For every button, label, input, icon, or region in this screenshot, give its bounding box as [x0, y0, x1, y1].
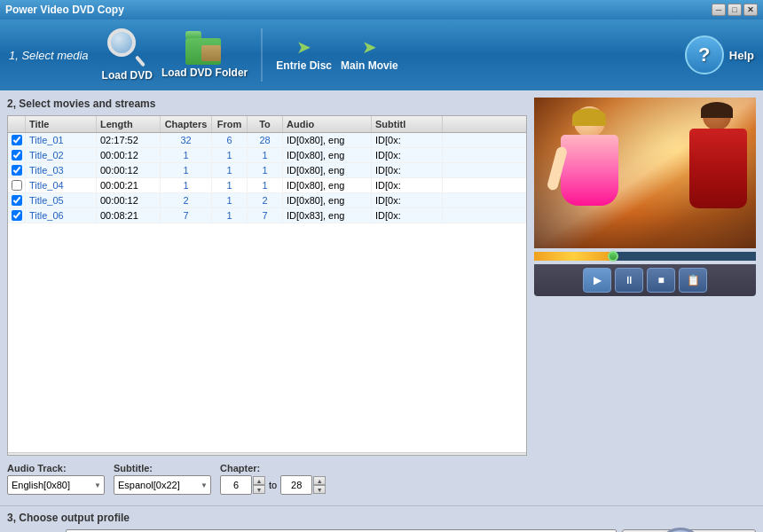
main-movie-arrow: ➤	[362, 38, 377, 56]
snapshot-button[interactable]: 📋	[679, 268, 707, 293]
row-to: 1	[248, 178, 283, 192]
row-audio: ID[0x80], eng	[283, 178, 372, 192]
row-to: 28	[248, 133, 283, 147]
table-body: Title_01 02:17:52 32 6 28 ID[0x80], eng …	[8, 133, 526, 452]
chapter-from-arrows: ▲ ▼	[253, 476, 265, 494]
audio-track-dropdown[interactable]: English[0x80]	[7, 475, 105, 495]
header-check	[8, 116, 26, 132]
close-button[interactable]: ✕	[743, 4, 758, 16]
table-row[interactable]: Title_02 00:00:12 1 1 1 ID[0x80], eng ID…	[8, 148, 526, 163]
row-chapters: 1	[161, 163, 212, 177]
help-icon: ?	[685, 35, 724, 74]
chapter-to-up[interactable]: ▲	[313, 476, 326, 485]
row-to: 1	[248, 148, 283, 162]
controls-row: Audio Track: English[0x80] Subtitle: Esp…	[7, 459, 527, 498]
row-checkbox[interactable]	[12, 210, 22, 221]
load-dvd-button[interactable]: Load DVD	[102, 28, 153, 82]
row-to: 1	[248, 163, 283, 177]
progress-handle[interactable]	[608, 251, 618, 262]
table-row[interactable]: Title_05 00:00:12 2 1 2 ID[0x80], eng ID…	[8, 193, 526, 208]
chapter-from-up[interactable]: ▲	[253, 476, 265, 485]
progress-bar[interactable]	[534, 252, 756, 261]
movies-table: Title Length Chapters From To Audio Subt…	[7, 115, 527, 456]
row-from: 1	[212, 208, 248, 223]
maximize-button[interactable]: □	[728, 4, 742, 16]
entrie-disc-arrow: ➤	[296, 38, 311, 56]
main-movie-label: Main Movie	[341, 59, 398, 72]
load-dvd-label: Load DVD	[102, 69, 153, 82]
table-row[interactable]: Title_04 00:00:21 1 1 1 ID[0x80], eng ID…	[8, 178, 526, 193]
video-preview	[534, 98, 756, 248]
snapshot-icon: 📋	[687, 274, 700, 286]
row-title: Title_04	[26, 178, 97, 192]
subtitle-dropdown[interactable]: Espanol[0x22]	[114, 475, 211, 495]
row-subtitle: ID[0x:	[372, 208, 443, 223]
scroll-thumb	[164, 456, 370, 457]
row-chapters: 1	[161, 148, 212, 162]
header-length: Length	[97, 116, 161, 132]
row-from: 1	[212, 148, 248, 162]
row-subtitle: ID[0x:	[372, 163, 443, 177]
row-length: 00:00:12	[97, 163, 161, 177]
player-controls: ▶ ⏸ ■ 📋	[534, 264, 756, 296]
chapter-from-input[interactable]: 6	[220, 475, 252, 495]
minimize-button[interactable]: ─	[712, 4, 726, 16]
start-disc-icon	[657, 528, 704, 532]
row-to: 7	[248, 208, 283, 223]
bottom-section: 3, Choose output profile Copy as: Browse…	[0, 505, 763, 532]
header-chapters: Chapters	[161, 116, 212, 132]
horizontal-scrollbar[interactable]	[8, 452, 526, 456]
chapter-from-down[interactable]: ▼	[253, 485, 265, 494]
row-checkbox[interactable]	[12, 135, 22, 145]
row-from: 1	[212, 193, 248, 207]
row-title: Title_03	[26, 163, 97, 177]
window-title: Power Video DVD Copy	[5, 4, 124, 16]
main-movie-section: ➤ Main Movie	[341, 38, 398, 72]
table-row[interactable]: Title_01 02:17:52 32 6 28 ID[0x80], eng …	[8, 133, 526, 148]
row-audio: ID[0x80], eng	[283, 133, 372, 147]
start-button[interactable]: Start	[657, 528, 754, 532]
step2-label: 2, Select movies and streams	[7, 98, 527, 110]
table-row[interactable]: Title_06 00:08:21 7 1 7 ID[0x83], eng ID…	[8, 208, 526, 223]
header-title: Title	[26, 116, 97, 132]
table-header: Title Length Chapters From To Audio Subt…	[8, 116, 526, 133]
chapter-to-down[interactable]: ▼	[313, 485, 326, 494]
audio-track-value: English[0x80]	[12, 480, 70, 490]
row-title: Title_02	[26, 148, 97, 162]
play-button[interactable]: ▶	[583, 268, 611, 293]
table-row[interactable]: Title_03 00:00:12 1 1 1 ID[0x80], eng ID…	[8, 163, 526, 178]
row-checkbox[interactable]	[12, 180, 22, 191]
entrie-disc-section: ➤ Entrie Disc	[276, 38, 332, 72]
right-panel: ▶ ⏸ ■ 📋	[534, 98, 756, 498]
load-folder-button[interactable]: Load DVD Folder	[161, 31, 248, 79]
row-subtitle: ID[0x:	[372, 133, 443, 147]
row-checkbox[interactable]	[12, 165, 22, 176]
chapter-to-arrows: ▲ ▼	[313, 476, 326, 494]
chapter-to-input[interactable]: 28	[280, 475, 312, 495]
row-chapters: 32	[161, 133, 212, 147]
row-title: Title_05	[26, 193, 97, 207]
row-to: 2	[248, 193, 283, 207]
help-button[interactable]: ? Help	[680, 35, 754, 74]
row-checkbox[interactable]	[12, 150, 22, 160]
chapter-group: Chapter: 6 ▲ ▼ to 28	[220, 463, 326, 495]
row-length: 02:17:52	[97, 133, 161, 147]
pause-button[interactable]: ⏸	[615, 268, 643, 293]
play-icon: ▶	[594, 274, 602, 286]
main-content: 2, Select movies and streams Title Lengt…	[0, 90, 763, 505]
header-audio: Audio	[283, 116, 372, 132]
row-title: Title_06	[26, 208, 97, 223]
row-chapters: 7	[161, 208, 212, 223]
scroll-track	[10, 456, 524, 457]
row-audio: ID[0x83], eng	[283, 208, 372, 223]
pause-icon: ⏸	[624, 274, 634, 286]
audio-track-label: Audio Track:	[7, 463, 105, 473]
row-checkbox[interactable]	[12, 195, 22, 206]
step1-label: 1, Select media	[9, 49, 89, 62]
row-audio: ID[0x80], eng	[283, 193, 372, 207]
row-subtitle: ID[0x:	[372, 148, 443, 162]
row-from: 1	[212, 163, 248, 177]
stop-button[interactable]: ■	[647, 268, 675, 293]
row-from: 6	[212, 133, 248, 147]
load-folder-label: Load DVD Folder	[161, 66, 248, 79]
